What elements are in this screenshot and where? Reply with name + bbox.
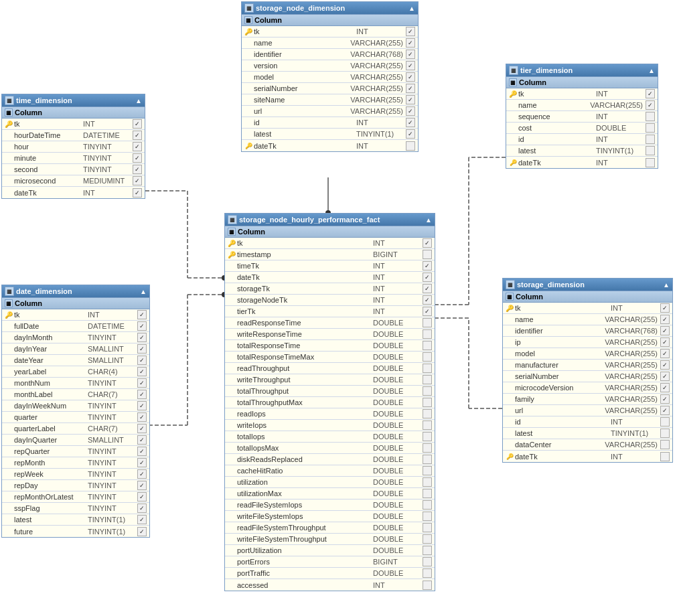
col-type: DOUBLE bbox=[373, 387, 420, 395]
col-check bbox=[423, 557, 432, 566]
header-arrow[interactable]: ▲ bbox=[425, 216, 432, 224]
header-arrow[interactable]: ▲ bbox=[408, 5, 415, 12]
col-name: writeIops bbox=[237, 421, 370, 429]
col-check bbox=[423, 375, 432, 384]
col-check bbox=[406, 95, 415, 104]
table-row: 🔑 timeTk INT bbox=[225, 260, 435, 272]
table-row: 🔑repWeekTINYINT bbox=[2, 469, 149, 480]
col-type: INT bbox=[356, 142, 403, 150]
col-check bbox=[423, 284, 432, 293]
col-name: readIops bbox=[237, 410, 370, 418]
col-type: TINYINT(1) bbox=[356, 130, 403, 138]
col-check bbox=[137, 321, 147, 331]
header-arrow[interactable]: ▲ bbox=[663, 281, 670, 289]
col-name: future bbox=[14, 528, 85, 536]
table-row: 🔑 totalThroughput DOUBLE bbox=[225, 386, 435, 397]
table-row: 🔑 portTraffic DOUBLE bbox=[225, 568, 435, 579]
table-row: 🔑 dateTk INT bbox=[2, 187, 145, 198]
col-check bbox=[646, 100, 655, 110]
col-icon: ▦ bbox=[509, 78, 517, 86]
col-check bbox=[133, 131, 142, 140]
col-header: ▦ Column bbox=[503, 291, 672, 303]
col-check bbox=[406, 106, 415, 116]
table-title: date_dimension bbox=[16, 287, 72, 295]
col-type: TINYINT bbox=[88, 402, 135, 410]
col-name: family bbox=[515, 395, 602, 403]
col-header-label: Column bbox=[254, 16, 282, 24]
col-type: VARCHAR(255) bbox=[350, 84, 403, 92]
col-type: TINYINT bbox=[88, 493, 135, 501]
col-type: SMALLINT bbox=[88, 345, 135, 353]
table-row: 🔑 identifier VARCHAR(768) bbox=[242, 49, 418, 60]
col-name: tierTk bbox=[237, 307, 370, 315]
header-arrow[interactable]: ▲ bbox=[135, 97, 142, 104]
table-row: 🔑 writeFileSystemIops DOUBLE bbox=[225, 511, 435, 522]
table-row: 🔑 utilization DOUBLE bbox=[225, 477, 435, 488]
col-type: DOUBLE bbox=[373, 364, 420, 372]
fk-icon: 🔑 bbox=[244, 142, 252, 150]
col-name: fullDate bbox=[14, 322, 85, 330]
col-check bbox=[133, 176, 142, 185]
table-row: 🔑monthLabelCHAR(7) bbox=[2, 389, 149, 400]
table-row: 🔑 id INT bbox=[506, 134, 658, 145]
col-type: DOUBLE bbox=[373, 455, 420, 463]
col-header-label: Column bbox=[519, 78, 546, 86]
col-name: timeTk bbox=[237, 262, 370, 270]
col-check bbox=[137, 333, 147, 342]
table-row: 🔑 writeResponseTime DOUBLE bbox=[225, 329, 435, 340]
col-type: TINYINT bbox=[88, 333, 135, 341]
pk-icon: 🔑 bbox=[5, 311, 13, 319]
col-name: repMonth bbox=[14, 459, 85, 467]
col-type: DOUBLE bbox=[373, 546, 420, 554]
col-check bbox=[660, 383, 670, 392]
col-check bbox=[406, 50, 415, 59]
col-type: DOUBLE bbox=[373, 433, 420, 441]
col-name: dateTk bbox=[515, 453, 608, 461]
col-check bbox=[660, 394, 670, 404]
table-row: 🔑nameVARCHAR(255) bbox=[503, 314, 672, 325]
col-name: version bbox=[254, 62, 348, 70]
col-check bbox=[423, 329, 432, 339]
col-name: tk bbox=[237, 239, 370, 247]
col-check bbox=[423, 318, 432, 327]
col-type: INT bbox=[611, 418, 658, 426]
col-check bbox=[423, 273, 432, 282]
col-name: latest bbox=[515, 429, 608, 437]
col-check bbox=[137, 492, 147, 502]
table-row: 🔑ipVARCHAR(255) bbox=[503, 337, 672, 348]
col-icon: ▦ bbox=[5, 299, 13, 307]
table-header-time-dimension: ▦ time_dimension ▲ bbox=[2, 94, 145, 107]
table-row: 🔑 name VARCHAR(255) bbox=[242, 37, 418, 49]
table-row: 🔑 accessed INT bbox=[225, 579, 435, 591]
pk-icon: 🔑 bbox=[5, 120, 13, 128]
fk-icon: 🔑 bbox=[506, 453, 514, 461]
header-arrow[interactable]: ▲ bbox=[140, 288, 147, 295]
table-row: 🔑 version VARCHAR(255) bbox=[242, 60, 418, 72]
table-row: 🔑 sequence INT bbox=[506, 111, 658, 123]
col-name: id bbox=[254, 119, 354, 127]
col-name: identifier bbox=[515, 327, 602, 335]
col-check bbox=[423, 238, 432, 248]
col-type: TINYINT bbox=[88, 481, 135, 489]
col-check bbox=[660, 315, 670, 324]
table-row: 🔑 readResponseTime DOUBLE bbox=[225, 317, 435, 329]
table-row: 🔑repMonthTINYINT bbox=[2, 457, 149, 469]
col-type: VARCHAR(255) bbox=[350, 39, 403, 47]
table-row: 🔑 minute TINYINT bbox=[2, 153, 145, 164]
fk-icon: 🔑 bbox=[509, 159, 517, 167]
col-type: VARCHAR(255) bbox=[605, 338, 658, 346]
col-type: VARCHAR(255) bbox=[350, 62, 403, 70]
col-check bbox=[137, 447, 147, 456]
table-row: 🔑identifierVARCHAR(768) bbox=[503, 325, 672, 337]
col-check bbox=[423, 250, 432, 259]
table-row: 🔑dataCenterVARCHAR(255) bbox=[503, 439, 672, 451]
col-type: TINYINT(1) bbox=[611, 429, 658, 437]
col-check bbox=[133, 119, 142, 129]
col-type: CHAR(4) bbox=[88, 368, 135, 376]
col-check bbox=[660, 417, 670, 427]
table-row: 🔑 tk INT bbox=[242, 26, 418, 37]
header-arrow[interactable]: ▲ bbox=[648, 67, 655, 74]
col-type: INT bbox=[356, 27, 403, 35]
table-fact: ▦ storage_node_hourly_performance_fact ▲… bbox=[224, 213, 435, 591]
col-type: TINYINT bbox=[88, 470, 135, 478]
